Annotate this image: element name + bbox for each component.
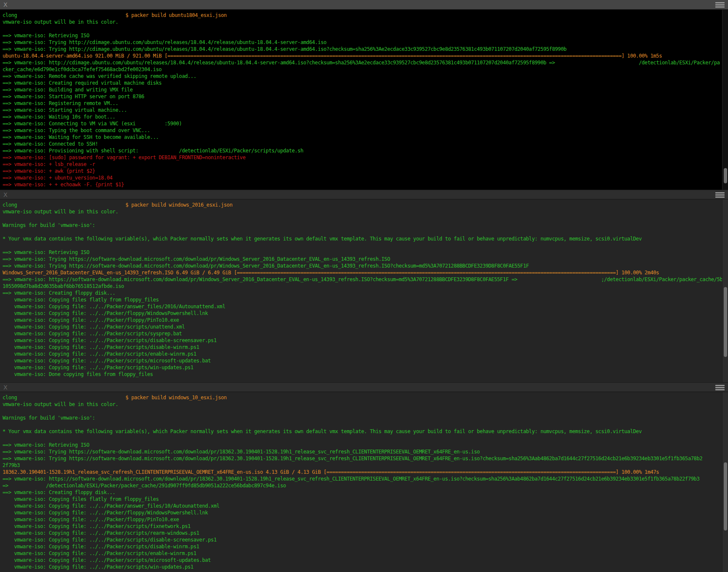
terminal-line: [3, 215, 721, 222]
scrollbar-track[interactable]: [722, 392, 728, 572]
shell-command: $ packer build ubuntu1804_esxi.json: [125, 12, 227, 19]
shell-command: $ packer build windows_10_esxi.json: [125, 394, 227, 401]
terminal-line: ==> vmware-iso: Provisioning with shell …: [3, 147, 721, 154]
terminal-line: ==> vmware-iso: Waiting for SSH to becom…: [3, 134, 721, 141]
scrollbar-thumb[interactable]: [724, 287, 727, 356]
terminal-line: vmware-iso: Copying files flatly from fl…: [3, 296, 721, 303]
scrollbar-track[interactable]: [722, 10, 728, 190]
terminal-line: vmware-iso: Copying file: ../../Packer/f…: [3, 310, 721, 317]
terminal-line: ==> vmware-iso: [sudo] password for vagr…: [3, 154, 721, 161]
menu-icon[interactable]: [715, 192, 725, 198]
terminal-line: ==> vmware-iso: Creating required virtua…: [3, 80, 721, 86]
download-progress-line: ubuntu-18.04.4-server-amd64.iso 921.00 M…: [3, 53, 662, 59]
terminal-line: vmware-iso: Copying file: ../../Packer/s…: [3, 564, 721, 570]
terminal-line: ==> vmware-iso: Starting HTTP server on …: [3, 93, 721, 100]
terminal-line: [3, 421, 721, 428]
terminal-line: ==> vmware-iso: Creating floppy disk...: [3, 489, 721, 496]
terminal-line: ==> vmware-iso: + awk {print $2}: [3, 168, 721, 174]
terminal-line: ==> vmware-iso: http://cdimage.ubuntu.co…: [3, 59, 721, 66]
terminal-line: [3, 25, 721, 32]
terminal-line: [3, 408, 721, 414]
terminal-line: vmware-iso: Copying file: ../../Packer/s…: [3, 351, 721, 357]
terminal-line: * Your vmx data contains the following v…: [3, 428, 721, 435]
terminal-line: ==> vmware-iso: Typing the boot command …: [3, 127, 721, 134]
close-icon[interactable]: X: [3, 384, 8, 390]
terminal-line: vmware-iso: Copying files flatly from fl…: [3, 496, 721, 503]
terminal-line: ==> vmware-iso: https://software-downloa…: [3, 475, 721, 482]
terminal-line: ==> vmware-iso: Retrieving ISO: [3, 442, 721, 448]
terminal-line: [3, 229, 721, 235]
terminal-line: ==> vmware-iso: Starting virtual machine…: [3, 107, 721, 113]
terminal-output: clong$ packer build ubuntu1804_esxi.json…: [0, 10, 722, 190]
terminal-line: clong$ packer build windows_10_esxi.json: [3, 394, 721, 401]
terminal-line: ==> vmware-iso: Creating floppy disk...: [3, 290, 721, 296]
prompt-user: clong: [3, 12, 17, 18]
terminal-line: vmware-iso: Copying file: ../../Packer/f…: [3, 509, 721, 516]
terminal-line: vmware-iso: Copying file: ../../Packer/s…: [3, 357, 721, 364]
download-progress-line: 18362.30.190401-1528.19h1_release_svc_re…: [3, 469, 659, 475]
terminal-line: ==> vmware-iso: https://software-downloa…: [3, 276, 721, 283]
terminal-line: vmware-iso: Copying file: ../../Packer/s…: [3, 344, 721, 351]
shell-command: $ packer build windows_2016_esxi.json: [125, 202, 233, 208]
close-icon[interactable]: X: [3, 2, 8, 8]
download-progress-line: Windows_Server_2016_Datacenter_EVAL_en-u…: [3, 270, 659, 276]
terminal-line: ==> vmware-iso: Trying https://software-…: [3, 256, 721, 263]
terminal-line: ==> vmware-iso: Retrieving ISO: [3, 249, 721, 256]
pane-title-bar: X: [0, 0, 728, 10]
prompt-user: clong: [3, 202, 17, 208]
prompt-user: clong: [3, 395, 17, 401]
terminal-line: vmware-iso: Copying file: ../../Packer/s…: [3, 550, 721, 557]
terminal-line: ==> vmware-iso: Trying http://cdimage.ub…: [3, 39, 721, 46]
terminal-output: clong$ packer build windows_10_esxi.json…: [0, 392, 722, 572]
terminal-output: clong$ packer build windows_2016_esxi.js…: [0, 199, 722, 382]
terminal-line: vmware-iso output will be in this color.: [3, 19, 721, 25]
terminal-line: vmware-iso: Copying file: ../../Packer/s…: [3, 536, 721, 543]
terminal-line: vmware-iso output will be in this color.: [3, 208, 721, 215]
menu-icon[interactable]: [715, 385, 725, 390]
terminal-line: clong$ packer build ubuntu1804_esxi.json: [3, 12, 721, 19]
terminal-line: ubuntu-18.04.4-server-amd64.iso 921.00 M…: [3, 53, 721, 59]
terminal-line: vmware-iso: Copying file: ../../Packer/s…: [3, 557, 721, 564]
menu-icon[interactable]: [715, 2, 725, 8]
terminal-line: * Your vmx data contains the following v…: [3, 235, 721, 242]
terminal-line: vmware-iso: Copying file: ../../Packer/a…: [3, 503, 721, 509]
terminal-line: vmware-iso: Copying file: ../../Packer/s…: [3, 364, 721, 371]
terminal-line: [3, 435, 721, 442]
scrollbar-thumb[interactable]: [724, 168, 727, 183]
terminal-line: Warnings for build 'vmware-iso':: [3, 222, 721, 229]
pane-title-bar: X: [0, 382, 728, 392]
terminal-pane-windows10: X clong$ packer build windows_10_esxi.js…: [0, 382, 728, 572]
scrollbar-thumb[interactable]: [724, 462, 727, 531]
terminal-line: vmware-iso: Copying file: ../../Packer/s…: [3, 530, 721, 536]
terminal-line: vmware-iso: Done copying files from flop…: [3, 371, 721, 378]
terminal-line: ==> vmware-iso: Trying https://software-…: [3, 448, 721, 455]
terminal-line: vmware-iso: Copying file: ../../Packer/a…: [3, 303, 721, 310]
close-icon[interactable]: X: [3, 192, 8, 198]
pane-title-bar: X: [0, 190, 728, 199]
terminal-line: clong$ packer build windows_2016_esxi.js…: [3, 202, 721, 208]
terminal-line: 2f79b3: [3, 462, 721, 469]
terminal-line: ==> vmware-iso: Remote cache was verifie…: [3, 73, 721, 80]
terminal-line: ==> vmware-iso: Waiting 10s for boot...: [3, 113, 721, 120]
terminal-line: ==> vmware-iso: + ubuntu_version=18.04: [3, 174, 721, 181]
terminal-line: ==> vmware-iso: Trying http://cdimage.ub…: [3, 46, 721, 53]
terminal-line: 18362.30.190401-1528.19h1_release_svc_re…: [3, 469, 721, 475]
terminal-line: => /detectionlab/ESXi/Packer/packer_cach…: [3, 482, 721, 489]
terminal-line: vmware-iso: Copying file: ../../Packer/s…: [3, 323, 721, 330]
scrollbar-track[interactable]: [722, 199, 728, 382]
terminal-pane-windows2016: X clong$ packer build windows_2016_esxi.…: [0, 190, 728, 382]
terminal-line: [3, 242, 721, 249]
terminal-line: Warnings for build 'vmware-iso':: [3, 414, 721, 421]
terminal-line: ==> vmware-iso: Trying https://software-…: [3, 263, 721, 269]
terminal-line: ==> vmware-iso: Trying https://software-…: [3, 455, 721, 462]
terminal-line: ==> vmware-iso: + lsb_release -r: [3, 161, 721, 168]
terminal-line: ==> vmware-iso: Connecting to VM via VNC…: [3, 120, 721, 127]
terminal-line: ==> vmware-iso: Building and writing VMX…: [3, 86, 721, 93]
terminal-line: vmware-iso output will be in this color.: [3, 401, 721, 408]
terminal-line: ==> vmware-iso: + + echoawk -F. {print $…: [3, 181, 721, 188]
terminal-line: vmware-iso: Copying file: ../../Packer/f…: [3, 317, 721, 323]
terminal-line: cker_cache/e6d790e1cf0dcbca7fefef75468ac…: [3, 66, 721, 73]
terminal-line: 1055098d7ba8d2d635babf6bb76518512afbde.i…: [3, 283, 721, 290]
terminal-line: vmware-iso: Copying file: ../../Packer/f…: [3, 516, 721, 523]
terminal-line: vmware-iso: Copying file: ../../Packer/s…: [3, 337, 721, 344]
